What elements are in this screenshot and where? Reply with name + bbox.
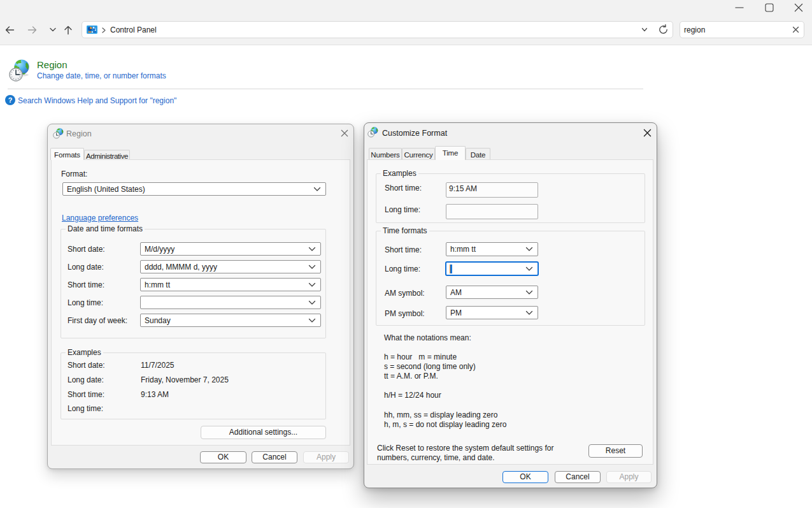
svg-text:?: ? (8, 96, 13, 104)
